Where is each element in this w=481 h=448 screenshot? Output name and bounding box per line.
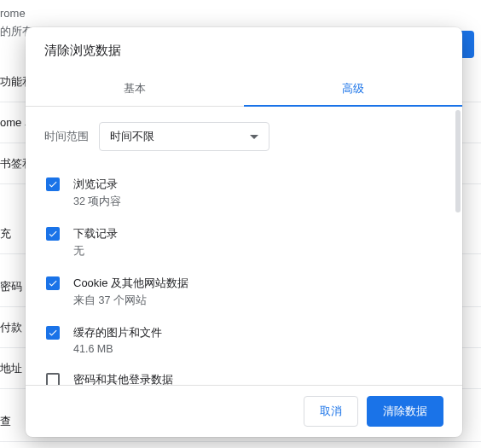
time-range-select[interactable]: 时间不限 bbox=[99, 122, 269, 151]
dialog-tabs: 基本 高级 bbox=[26, 71, 462, 107]
checkbox-cookies[interactable] bbox=[46, 276, 60, 290]
clear-data-button[interactable]: 清除数据 bbox=[367, 396, 443, 427]
item-title: Cookie 及其他网站数据 bbox=[73, 276, 188, 291]
scrollbar[interactable] bbox=[455, 110, 461, 212]
dialog-content: 时间范围 时间不限 浏览记录 32 项内容 下载记录 无 bbox=[26, 107, 462, 385]
list-item: 缓存的图片和文件 41.6 MB bbox=[44, 317, 443, 364]
checkbox-cache[interactable] bbox=[46, 326, 60, 340]
item-title: 缓存的图片和文件 bbox=[73, 325, 162, 340]
item-title: 密码和其他登录数据 bbox=[73, 372, 390, 385]
bg-row-label: 密码 bbox=[0, 279, 22, 294]
checkbox-browsing-history[interactable] bbox=[46, 177, 60, 191]
clear-browsing-data-dialog: 清除浏览数据 基本 高级 时间范围 时间不限 浏览记录 32 项内容 bbox=[26, 27, 462, 437]
dialog-actions: 取消 清除数据 bbox=[26, 385, 462, 437]
bg-row-label: 付款 bbox=[0, 320, 22, 335]
checkbox-download-history[interactable] bbox=[46, 227, 60, 241]
time-range-value: 时间不限 bbox=[110, 129, 154, 144]
chevron-down-icon bbox=[250, 135, 258, 139]
time-range-label: 时间范围 bbox=[44, 129, 89, 144]
time-range-row: 时间范围 时间不限 bbox=[44, 122, 443, 151]
list-item: 密码和其他登录数据 41 个密码（用于 yfway.com、202.104.22… bbox=[44, 364, 443, 385]
tab-advanced[interactable]: 高级 bbox=[244, 71, 462, 106]
bg-row-label: 查 bbox=[0, 414, 11, 429]
bg-text-fragment: rome bbox=[0, 7, 26, 20]
list-item: 浏览记录 32 项内容 bbox=[44, 168, 443, 218]
item-sub: 41.6 MB bbox=[73, 343, 162, 355]
bg-row-label: 地址 bbox=[0, 361, 22, 376]
list-item: 下载记录 无 bbox=[44, 218, 443, 267]
item-sub: 32 项内容 bbox=[73, 195, 121, 209]
bg-row-label: 充 bbox=[0, 226, 11, 241]
cancel-button[interactable]: 取消 bbox=[304, 396, 358, 427]
checkbox-passwords[interactable] bbox=[46, 373, 60, 385]
item-title: 浏览记录 bbox=[73, 177, 121, 192]
tab-basic[interactable]: 基本 bbox=[26, 71, 244, 106]
item-sub: 来自 37 个网站 bbox=[73, 294, 188, 308]
dialog-title: 清除浏览数据 bbox=[26, 27, 462, 71]
item-title: 下载记录 bbox=[73, 226, 118, 241]
list-item: Cookie 及其他网站数据 来自 37 个网站 bbox=[44, 267, 443, 317]
item-sub: 无 bbox=[73, 244, 118, 259]
